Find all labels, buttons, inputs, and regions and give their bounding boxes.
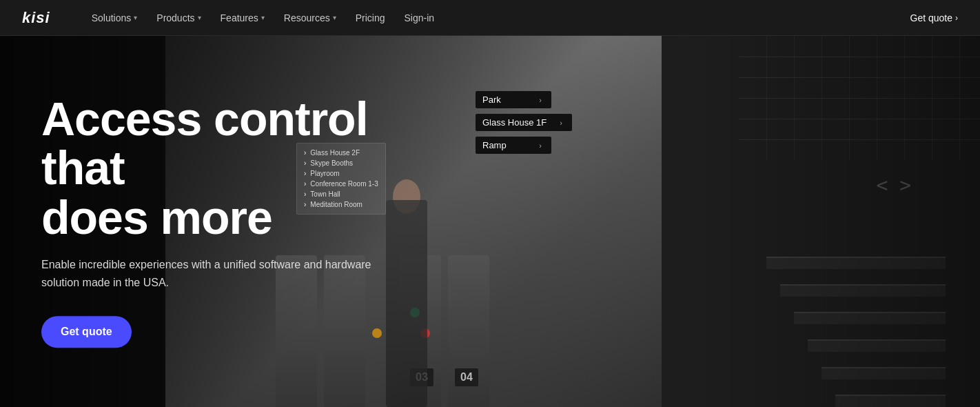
- hero-cta-button[interactable]: Get quote: [41, 317, 132, 348]
- brand-logo[interactable]: kisi: [22, 9, 50, 27]
- sign-board-park: Park ›: [476, 91, 551, 108]
- chevron-down-icon: ▾: [134, 14, 137, 21]
- hero-subtitle: Enable incredible experiences with a uni…: [41, 256, 372, 291]
- sign-board-ramp: Ramp ›: [476, 137, 551, 154]
- sign-park: Park ›: [476, 91, 572, 108]
- chevron-down-icon: ▾: [333, 14, 336, 21]
- nav-item-pricing[interactable]: Pricing: [347, 8, 394, 28]
- nav-item-resources[interactable]: Resources ▾: [276, 8, 345, 28]
- arrow-icon: ›: [955, 13, 958, 23]
- sign-board-glass-house: Glass House 1F ›: [476, 114, 572, 131]
- gate-number-04: 04: [455, 368, 478, 386]
- nav-item-products[interactable]: Products ▾: [148, 8, 209, 28]
- navbar: kisi Solutions ▾ Products ▾ Features ▾ R…: [0, 0, 980, 36]
- hero-content: Access control that does more Enable inc…: [41, 95, 441, 348]
- nav-item-solutions[interactable]: Solutions ▾: [83, 8, 146, 28]
- directional-signs: Park › Glass House 1F › Ramp ›: [476, 91, 572, 159]
- chevron-down-icon: ▾: [198, 14, 201, 21]
- chevron-down-icon: ▾: [261, 14, 265, 21]
- sign-ramp: Ramp ›: [476, 137, 572, 154]
- arrow-right-icon: ›: [560, 119, 562, 127]
- nav-right: Get quote ›: [910, 8, 959, 28]
- nav-item-features[interactable]: Features ▾: [212, 8, 273, 28]
- nav-links: Solutions ▾ Products ▾ Features ▾ Resour…: [83, 8, 910, 28]
- get-quote-nav-button[interactable]: Get quote ›: [910, 8, 959, 28]
- nav-item-signin[interactable]: Sign-in: [396, 8, 443, 28]
- hero-section: < > Glass House 2F Skype Booths Playroom…: [0, 36, 980, 407]
- arrow-right-icon: ›: [539, 96, 542, 104]
- hero-headline: Access control that does more: [41, 95, 441, 242]
- arrow-right-icon: ›: [539, 141, 542, 150]
- sign-glass-house: Glass House 1F ›: [476, 114, 572, 131]
